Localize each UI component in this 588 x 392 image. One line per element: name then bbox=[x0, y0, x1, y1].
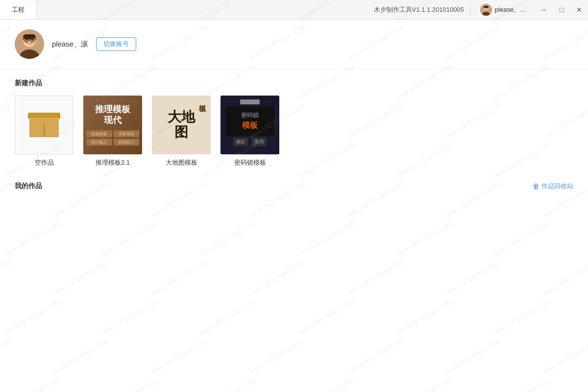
password-btn-confirm: 确定 bbox=[233, 138, 248, 146]
work-thumbnail-empty bbox=[15, 96, 74, 154]
work-label-reasoning: 推理模板2.1 bbox=[96, 158, 130, 167]
password-preview: 密码锁 模板 确定 取消 bbox=[220, 96, 279, 154]
work-label-map: 大地图模板 bbox=[166, 158, 197, 167]
title-bar: 工程 木夕制作工具V1.1.1.201010005 please、... bbox=[0, 0, 588, 20]
window-controls: ─ □ ✕ bbox=[535, 1, 588, 19]
my-works-header: 我的作品 🗑 作品回收站 bbox=[15, 182, 573, 191]
close-button[interactable]: ✕ bbox=[570, 1, 588, 19]
password-screen: 密码锁 模板 bbox=[225, 106, 274, 136]
recycle-icon: 🗑 bbox=[533, 182, 539, 190]
reasoning-btn-4: 剧情回入 bbox=[114, 139, 140, 146]
work-item-empty[interactable]: 空作品 bbox=[15, 96, 74, 167]
new-works-grid: 空作品 推理模板现代 线索检索 手账系统 双行截入 剧情回入 推理模板2.1 bbox=[15, 96, 573, 167]
map-preview: 大地图 模板 bbox=[152, 96, 211, 154]
maximize-button[interactable]: □ bbox=[553, 1, 570, 19]
password-screen-mod: 模板 bbox=[242, 121, 258, 131]
title-bar-user: please、... bbox=[474, 4, 531, 16]
reasoning-title-text: 推理模板现代 bbox=[95, 104, 130, 125]
password-screen-title: 密码锁 bbox=[241, 111, 259, 120]
tab-project[interactable]: 工程 bbox=[0, 0, 37, 19]
profile-section: please、滚 切换账号 bbox=[0, 20, 588, 69]
work-thumbnail-reasoning: 推理模板现代 线索检索 手账系统 双行截入 剧情回入 bbox=[83, 96, 142, 154]
work-item-map[interactable]: 大地图 模板 大地图模板 bbox=[152, 96, 211, 167]
main-content: 新建作品 空作品 推理模板现代 线索检索 手账系统 bbox=[0, 69, 588, 208]
reasoning-preview: 推理模板现代 线索检索 手账系统 双行截入 剧情回入 bbox=[83, 96, 142, 154]
reasoning-btn-1: 线索检索 bbox=[86, 130, 112, 137]
password-btn-cancel: 取消 bbox=[252, 138, 267, 146]
work-item-password[interactable]: 密码锁 模板 确定 取消 密码锁模板 bbox=[220, 96, 279, 167]
app-name: 木夕制作工具V1.1.1.201010005 bbox=[374, 5, 470, 14]
new-works-title: 新建作品 bbox=[15, 79, 573, 88]
password-header-bar bbox=[240, 99, 260, 104]
svg-rect-13 bbox=[23, 34, 36, 39]
empty-box-icon bbox=[29, 113, 59, 137]
reasoning-btns: 线索检索 手账系统 双行截入 剧情回入 bbox=[86, 130, 139, 146]
switch-account-button[interactable]: 切换账号 bbox=[96, 37, 136, 51]
recycle-label: 作品回收站 bbox=[541, 182, 573, 191]
password-footer: 确定 取消 bbox=[233, 138, 267, 146]
minimize-button[interactable]: ─ bbox=[535, 1, 553, 19]
work-thumbnail-map: 大地图 模板 bbox=[152, 96, 211, 154]
work-thumbnail-password: 密码锁 模板 确定 取消 bbox=[220, 96, 279, 154]
reasoning-btn-2: 手账系统 bbox=[114, 130, 140, 137]
reasoning-btn-3: 双行截入 bbox=[86, 139, 112, 146]
profile-name: please、滚 bbox=[52, 40, 88, 49]
work-item-reasoning[interactable]: 推理模板现代 线索检索 手账系统 双行截入 剧情回入 推理模板2.1 bbox=[83, 96, 142, 167]
work-label-password: 密码锁模板 bbox=[234, 158, 266, 167]
title-bar-avatar bbox=[480, 4, 492, 16]
title-bar-username: please、... bbox=[495, 5, 525, 14]
my-works-title: 我的作品 bbox=[15, 182, 42, 191]
svg-rect-6 bbox=[483, 6, 484, 9]
map-main-text: 大地图 bbox=[168, 110, 195, 140]
recycle-bin-link[interactable]: 🗑 作品回收站 bbox=[533, 182, 573, 191]
profile-avatar bbox=[15, 29, 44, 59]
work-label-empty: 空作品 bbox=[35, 158, 54, 167]
svg-rect-5 bbox=[484, 6, 489, 8]
svg-rect-7 bbox=[489, 6, 490, 9]
